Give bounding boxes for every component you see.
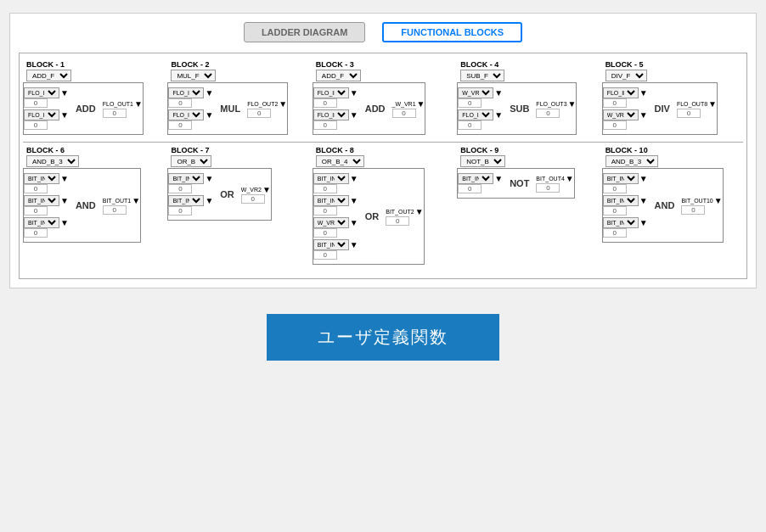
block-10-out1-val[interactable] (681, 205, 705, 215)
block-3-in2-val[interactable] (313, 120, 337, 130)
block-4-out1-val[interactable] (536, 109, 560, 118)
block-3-in1-select[interactable]: FLO_IN2 (313, 87, 349, 98)
block-4-in2: FLO_IN5 ▼ (458, 109, 503, 130)
block-4-func-select[interactable]: SUB_F (460, 70, 504, 81)
block-5-wrapper: BLOCK - 5 DIV_F FLO_IN7 ▼ (602, 60, 743, 135)
block-2-in1-val[interactable] (168, 98, 192, 108)
block-4-in2-select[interactable]: FLO_IN5 (458, 109, 493, 120)
block-8-func-select[interactable]: OR_B_4 (316, 155, 364, 167)
block-6-out1-val[interactable] (103, 205, 127, 215)
block-7-func: OR_B (171, 155, 211, 167)
block-8-in3: W_VR2 ▼ (313, 217, 358, 238)
block-10-in3: BIT_IN11 ▼ (603, 217, 648, 238)
block-10-in2-select[interactable]: BIT_IN10 (603, 195, 639, 206)
block-7-in1-val[interactable] (168, 184, 192, 193)
block-8-out1-val[interactable] (386, 216, 409, 226)
block-2-in2-select[interactable]: FLO_IN5 (168, 109, 204, 120)
block-10-in2-val[interactable] (603, 206, 627, 216)
block-9-in1-select[interactable]: BIT_IN7 (458, 173, 493, 184)
user-func-button[interactable]: ユーザ定義関数 (267, 314, 499, 361)
block-2-in2-val[interactable] (168, 120, 192, 130)
block-1-func: ADD_F (26, 70, 71, 81)
block-4-in1-select[interactable]: W_VR1 (458, 87, 493, 98)
block-6-in2-select[interactable]: BIT_IN2 (24, 195, 59, 206)
block-6-in3-select[interactable]: BIT_IN3 (24, 217, 59, 228)
block-7-in2-val[interactable] (168, 206, 192, 216)
block-5-in1-select[interactable]: FLO_IN7 (603, 87, 639, 98)
block-2-inputs: FLO_IN4 ▼ FLO_IN5 ▼ (168, 85, 215, 132)
block-5-in2-val[interactable] (603, 120, 627, 130)
block-6-in1-val[interactable] (24, 184, 48, 193)
block-8-in2-select[interactable]: BIT_IN3 (313, 195, 349, 206)
block-7-label: OR (215, 189, 239, 199)
block-10-in1-val[interactable] (603, 184, 627, 193)
block-8-in2-val[interactable] (313, 206, 337, 216)
block-10-func-select[interactable]: AND_B_3 (605, 155, 658, 167)
block-10-title: BLOCK - 10 (605, 146, 648, 154)
down-icon: ▼ (639, 88, 648, 98)
block-1-in2-val[interactable] (24, 120, 48, 130)
down-icon: ▼ (639, 196, 648, 205)
block-3-title: BLOCK - 3 (316, 60, 354, 69)
block-3-out1: _W_VR1 ▼ (392, 99, 425, 118)
down-icon: ▼ (205, 110, 213, 120)
block-6-func-select[interactable]: AND_B_3 (26, 155, 79, 167)
down-icon: ▼ (494, 110, 503, 120)
block-2-out1-val[interactable] (247, 109, 271, 118)
block-8-in1-select[interactable]: BIT_IN2 (313, 173, 349, 184)
block-9-in1-val[interactable] (458, 184, 482, 193)
block-9-func-select[interactable]: NOT_B (460, 155, 505, 167)
block-6-in3-val[interactable] (24, 228, 48, 238)
block-7-in2-select[interactable]: BIT_IN6 (168, 195, 204, 206)
block-7-out1-val[interactable] (241, 194, 265, 204)
block-1-in1-select[interactable]: FLO_IN1 (24, 87, 59, 98)
block-2-func-select[interactable]: MUL_F (171, 70, 216, 81)
block-3-wrapper: BLOCK - 3 ADD_F FLO_IN2 ▼ (313, 60, 453, 135)
block-8-in3-select[interactable]: W_VR2 (313, 217, 349, 228)
block-6-box: BIT_IN1 ▼ BIT_IN2 ▼ (23, 168, 141, 243)
block-3-label: ADD (360, 104, 391, 114)
block-4-in2-val[interactable] (458, 120, 482, 130)
block-10-in3-val[interactable] (603, 228, 627, 238)
block-1-in1-val[interactable] (24, 98, 48, 108)
block-3-box: FLO_IN2 ▼ FLO_IN3 ▼ (313, 82, 426, 135)
block-10-in3-select[interactable]: BIT_IN11 (603, 217, 639, 228)
block-5-in2-select[interactable]: W_VR1 (603, 109, 639, 120)
block-2-out1: FLO_OUT2 ▼ (247, 99, 287, 118)
block-7-in1-select[interactable]: BIT_IN5 (168, 173, 204, 184)
block-2-in1: FLO_IN4 ▼ (168, 87, 213, 108)
block-1-inputs: FLO_IN1 ▼ FLO_IN2 ▼ (24, 85, 70, 132)
block-2-in1-select[interactable]: FLO_IN4 (168, 87, 204, 98)
down-icon: ▼ (350, 174, 358, 183)
block-1-in2-select[interactable]: FLO_IN2 (24, 109, 59, 120)
block-1-box: FLO_IN1 ▼ FLO_IN2 ▼ (23, 82, 144, 135)
block-6-in2-val[interactable] (24, 206, 48, 216)
block-5-out1-val[interactable] (677, 109, 701, 118)
block-7-box: BIT_IN5 ▼ BIT_IN6 ▼ (167, 168, 271, 221)
block-5-func-select[interactable]: DIV_F (605, 70, 647, 81)
block-9-out1-val[interactable] (536, 183, 560, 193)
block-3-out1-val[interactable] (392, 109, 416, 118)
block-1-out1-val[interactable] (103, 109, 127, 118)
block-8-in4-select[interactable]: BIT_IN14 (313, 239, 349, 250)
block-10-in1-select[interactable]: BIT_IN9 (603, 173, 639, 184)
block-3-in2-select[interactable]: FLO_IN3 (313, 109, 349, 120)
block-10-outputs: BIT_OUT10 ▼ (679, 193, 722, 217)
block-3-func-select[interactable]: ADD_F (316, 70, 361, 81)
block-8-in1-val[interactable] (313, 184, 337, 193)
tab-functional[interactable]: FUNCTIONAL BLOCKS (382, 22, 522, 42)
tab-ladder[interactable]: LADDER DIAGRAM (244, 22, 365, 42)
bottom-btn-area: ユーザ定義関数 (267, 314, 499, 361)
block-1-func-select[interactable]: ADD_F (26, 70, 71, 81)
down-icon: ▼ (60, 110, 69, 120)
block-6-in1-select[interactable]: BIT_IN1 (24, 173, 59, 184)
block-7-func-select[interactable]: OR_B (171, 155, 211, 167)
block-8-in4-val[interactable] (313, 250, 337, 260)
block-4-in1-val[interactable] (458, 98, 482, 108)
down-icon: ▼ (205, 88, 213, 98)
block-8-in3-val[interactable] (313, 228, 337, 238)
block-10-label: AND (650, 200, 680, 210)
block-5-in1-val[interactable] (603, 98, 627, 108)
down-icon: ▼ (568, 99, 577, 109)
block-3-in1-val[interactable] (313, 98, 337, 108)
